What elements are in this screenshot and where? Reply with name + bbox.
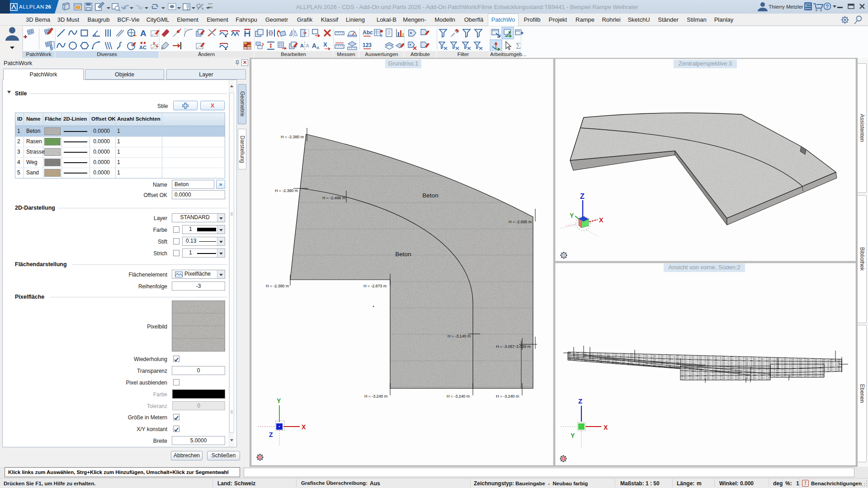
svg-text:H = -2.695 m: H = -2.695 m: [509, 220, 532, 224]
svg-text:H = -2.873 m: H = -2.873 m: [363, 284, 387, 288]
svg-text:2: 2: [187, 6, 189, 10]
svg-text:H = -2.380 m: H = -2.380 m: [281, 135, 304, 139]
svg-text:X: X: [302, 423, 306, 431]
svg-text:§: §: [50, 44, 53, 51]
svg-text:H = -2.380 m: H = -2.380 m: [266, 284, 289, 288]
svg-text:26: 26: [45, 4, 51, 9]
svg-text:X: X: [604, 424, 608, 431]
svg-text:Beton: Beton: [422, 192, 438, 199]
svg-text:X: X: [599, 216, 604, 224]
svg-text:H = -3.240 m: H = -3.240 m: [364, 394, 387, 399]
svg-text:?: ?: [826, 4, 829, 10]
svg-text:H = -3.057- 3.039 m: H = -3.057- 3.039 m: [496, 344, 531, 349]
svg-text:H = -3.240 m: H = -3.240 m: [447, 394, 470, 399]
svg-text:H = -3.240 m: H = -3.240 m: [496, 394, 519, 399]
svg-text:Y: Y: [570, 212, 574, 219]
svg-text:Y: Y: [277, 397, 281, 404]
svg-text:Y: Y: [571, 432, 575, 439]
svg-text:H = -2.488 m: H = -2.488 m: [322, 196, 345, 200]
svg-text:Beton: Beton: [395, 251, 411, 258]
svg-text:ALLPLAN: ALLPLAN: [19, 4, 44, 9]
svg-text:H = -2.380 m: H = -2.380 m: [275, 188, 298, 193]
svg-text:Z: Z: [578, 397, 582, 405]
svg-text:Z: Z: [580, 192, 585, 200]
svg-text:H = -3.140 m: H = -3.140 m: [448, 334, 471, 338]
svg-text:Z: Z: [269, 431, 273, 438]
